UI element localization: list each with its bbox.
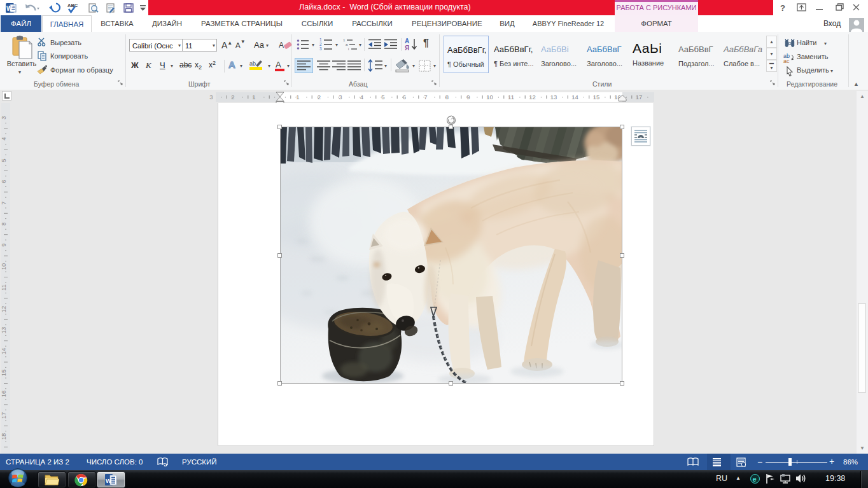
svg-text:15: 15 [0,370,7,377]
svg-text:Я: Я [405,45,409,52]
svg-text:2: 2 [319,42,322,46]
svg-text:ABC: ABC [67,3,78,8]
svg-text:ab: ab [249,60,256,67]
svg-text:3: 3 [209,94,213,101]
svg-text:3: 3 [339,94,342,101]
svg-text:4: 4 [0,137,7,140]
svg-text:18: 18 [0,433,7,440]
svg-text:А: А [276,60,281,69]
svg-text:a: a [346,43,348,46]
svg-text:e: e [753,475,757,483]
svg-text:15: 15 [593,94,600,101]
svg-text:9: 9 [0,243,7,246]
svg-text:?: ? [780,3,785,13]
svg-text:16: 16 [0,391,7,398]
svg-text:1: 1 [296,94,299,101]
svg-text:12: 12 [0,306,7,313]
svg-text:4: 4 [360,94,363,101]
svg-text:1: 1 [252,94,255,101]
svg-text:6: 6 [0,179,7,183]
svg-text:10: 10 [486,94,493,101]
svg-text:7: 7 [0,201,7,204]
svg-text:17: 17 [0,412,7,419]
svg-text:14: 14 [571,94,578,101]
svg-text:6: 6 [403,94,406,101]
svg-text:3: 3 [319,46,322,51]
svg-text:5: 5 [0,158,7,162]
svg-text:i: i [348,47,349,51]
svg-text:13: 13 [0,327,7,334]
svg-text:17: 17 [636,94,643,101]
svg-text:1: 1 [343,38,346,42]
svg-text:11: 11 [508,94,514,101]
svg-text:А: А [405,38,409,45]
svg-text:3: 3 [0,116,7,119]
svg-text:11: 11 [0,284,7,291]
svg-text:10: 10 [0,263,7,270]
svg-text:8: 8 [445,94,449,101]
svg-text:А: А [279,41,284,50]
svg-text:7: 7 [424,94,427,101]
svg-text:5: 5 [381,94,384,101]
svg-text:12: 12 [529,94,536,101]
svg-text:ac: ac [783,58,790,63]
svg-text:W: W [106,477,111,484]
svg-text:2: 2 [318,94,321,101]
svg-text:9: 9 [466,94,470,101]
svg-text:1: 1 [319,38,322,42]
svg-text:W: W [6,5,13,12]
svg-text:8: 8 [0,222,7,225]
svg-text:14: 14 [0,348,7,355]
svg-text:13: 13 [550,94,557,101]
